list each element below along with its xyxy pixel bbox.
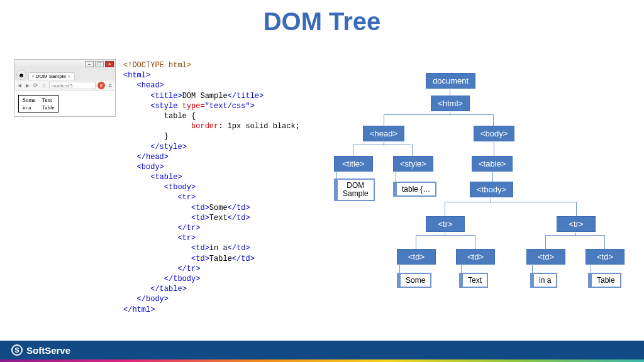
browser-mockup: – □ × ☻ ▫ DOM Sample × ◄ ► ⟳ ⌂ localhost… [14,59,116,117]
code-token: Table [209,255,232,263]
rendered-cell: Text [40,97,57,103]
tree-node-tbody: <tbody> [470,182,513,197]
tab-label: DOM Sample [36,74,66,79]
code-token: } [123,132,169,141]
code-token: Text [209,214,228,222]
code-token: <html> [123,71,150,80]
browser-tab: ▫ DOM Sample × [28,72,75,80]
footer-stripe [0,359,644,362]
tab-favicon-icon: ▫ [32,74,34,79]
code-token: </tr> [177,224,200,233]
browser-toolbar: ◄ ► ⟳ ⌂ localhost:3 ff ≡ [14,80,115,91]
rendered-cell: Some [20,97,38,103]
code-block: <!DOCTYPE html> <html> <head> <title>DOM… [123,60,300,315]
rendered-cell: Table [40,104,57,111]
tree-node-td: <td> [397,249,436,265]
tree-node-td: <td> [456,249,495,265]
code-token: <tr> [177,234,196,243]
browser-logo-icon: ff [97,82,105,89]
code-token: </table> [150,285,187,293]
code-token: </style> [150,143,187,151]
tree-node-document: document [426,73,475,89]
code-token: Some [209,204,228,212]
code-token: <tbody> [164,183,196,192]
tree-node-head: <head> [363,126,404,141]
code-token: </title> [228,92,264,101]
tree-node-td: <td> [526,249,565,265]
menu-icon: ≡ [107,82,113,89]
tree-leaf-some: Some [397,273,431,288]
tree-leaf-ina: in a [530,273,557,288]
code-token: <style [150,102,177,111]
code-token: </tbody> [164,275,201,283]
code-token: <table> [150,173,182,182]
code-token: </td> [228,204,250,212]
tree-node-title: <title> [334,156,373,172]
tree-leaf-text: Text [459,273,488,288]
reload-icon: ⟳ [33,82,39,89]
forward-icon: ► [25,82,31,89]
footer: S SoftServe [0,341,644,362]
tree-node-td: <td> [586,249,625,265]
tree-leaf-style-text: table {… [393,182,436,197]
code-token: <head> [137,81,164,90]
code-token: </td> [232,255,255,263]
window-minimize-icon: – [85,61,94,67]
browser-tabs: ☻ ▫ DOM Sample × [14,69,115,80]
url-box: localhost:3 [49,82,96,89]
code-token: border [191,122,218,131]
code-token: </td> [228,214,250,222]
brand-name: SoftServe [26,345,70,356]
tree-node-table: <table> [472,156,513,172]
code-token: <!DOCTYPE html> [123,61,191,70]
footer-bar: S SoftServe [0,341,644,359]
tab-close-icon: × [68,74,71,79]
code-token: <tr> [177,193,196,202]
rendered-cell: in a [20,104,38,111]
code-token: </tr> [177,265,200,273]
tree-node-tr: <tr> [426,216,465,232]
code-token: </html> [123,305,155,314]
browser-content: Some Text in a Table [14,91,115,116]
brand-logo-icon: S [11,344,23,356]
browser-titlebar: – □ × [14,60,115,69]
code-token: <td> [191,255,209,263]
window-close-icon: × [105,61,114,67]
back-icon: ◄ [16,82,23,89]
page-title: DOM Tree [0,0,644,36]
code-token: </td> [228,244,250,253]
tree-node-html: <html> [431,96,470,111]
code-token: type= [177,102,204,111]
code-token: </head> [137,153,169,162]
code-token: : 1px solid black; [218,122,300,131]
rendered-table: Some Text in a Table [18,95,58,112]
window-maximize-icon: □ [95,61,104,67]
code-token: <td> [191,244,209,253]
code-token: in a [209,244,228,253]
code-token: DOM Sample [182,92,228,101]
tree-node-body: <body> [474,126,514,141]
code-token: <body> [137,163,164,172]
code-token: table { [123,112,196,121]
tree-node-tr: <tr> [557,216,596,232]
code-token: <title> [150,92,182,101]
code-token: > [250,102,255,111]
home-icon: ⌂ [41,82,47,89]
tree-leaf-table: Table [588,273,621,288]
code-token: <td> [191,204,209,212]
browser-avatar-icon: ☻ [16,70,26,80]
tree-node-style: <style> [393,156,433,172]
code-token: <td> [191,214,209,222]
tree-leaf-title-text: DOM Sample [334,178,375,201]
code-token: "text/css" [205,102,250,111]
code-token: </body> [137,295,169,304]
